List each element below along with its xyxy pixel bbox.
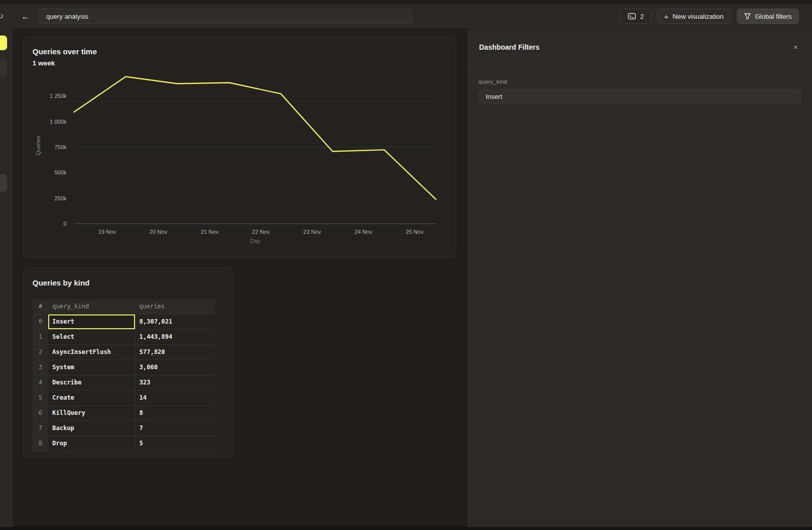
- cell-query-kind[interactable]: KillQuery: [48, 405, 135, 420]
- cell-queries[interactable]: 7: [135, 420, 215, 436]
- cell-queries[interactable]: 1,443,894: [135, 329, 215, 344]
- chart-subtitle: 1 week: [32, 59, 55, 67]
- x-tick-label: 24 Nov: [355, 229, 373, 235]
- plus-icon: +: [664, 13, 669, 20]
- close-icon[interactable]: ×: [791, 42, 800, 52]
- cell-query-kind[interactable]: System: [48, 360, 135, 375]
- cell-queries[interactable]: 14: [135, 390, 215, 405]
- y-tick-label: 0: [63, 221, 66, 227]
- filter-field-query-kind: query_kind: [479, 79, 801, 103]
- row-index: 5: [32, 390, 48, 405]
- back-button[interactable]: ←: [19, 11, 32, 22]
- app-window: ↻ ← 2 + New visualization: [0, 0, 812, 530]
- cell-query-kind[interactable]: Drop: [48, 436, 135, 451]
- y-tick-label: 1 250k: [50, 93, 67, 99]
- chart-title: Queries over time: [32, 47, 97, 56]
- row-index: 1: [32, 329, 48, 344]
- cell-queries[interactable]: 8: [135, 405, 215, 420]
- table-row: 1Select1,443,894: [32, 329, 215, 344]
- column-header-queries[interactable]: queries: [135, 299, 215, 314]
- queries-table-body: 0Insert8,307,0211Select1,443,8942AsyncIn…: [32, 314, 215, 451]
- table-title: Queries by kind: [32, 278, 90, 287]
- row-index: 4: [32, 375, 48, 390]
- queries-over-time-card: 250k500k750k1 000k1 250k019 Nov20 Nov21 …: [23, 37, 456, 258]
- sidebar-item[interactable]: [0, 174, 7, 192]
- queries-line-series: [74, 77, 436, 199]
- global-filters-button[interactable]: Global filters: [737, 9, 799, 24]
- cell-queries[interactable]: 5: [135, 436, 215, 451]
- new-visualization-button[interactable]: + New visualization: [657, 9, 731, 24]
- cell-query-kind[interactable]: Select: [48, 329, 135, 344]
- x-tick-label: 22 Nov: [252, 229, 270, 235]
- row-index: 3: [32, 360, 48, 375]
- window-bottom-edge: [0, 527, 812, 530]
- table-row: 4Describe323: [32, 375, 215, 390]
- row-index: 0: [32, 314, 48, 329]
- queries-by-kind-card: Queries by kind # query_kind queries 0In…: [23, 268, 233, 457]
- row-index: 8: [32, 436, 48, 451]
- row-index: 6: [32, 405, 48, 420]
- column-header-query-kind[interactable]: query_kind: [48, 299, 135, 314]
- table-row: 0Insert8,307,021: [32, 314, 215, 329]
- x-tick-label: 23 Nov: [303, 229, 321, 235]
- y-tick-label: 750k: [54, 144, 66, 150]
- cell-query-kind[interactable]: Backup: [48, 420, 135, 436]
- x-tick-label: 20 Nov: [150, 229, 167, 235]
- new-visualization-label: New visualization: [672, 13, 723, 20]
- cell-queries[interactable]: 8,307,021: [135, 314, 215, 329]
- collapsed-sidebar: [0, 29, 13, 530]
- sidebar-item[interactable]: [0, 60, 7, 77]
- filter-field-label: query_kind: [479, 79, 801, 85]
- table-row: 5Create14: [32, 390, 215, 405]
- x-tick-label: 25 Nov: [406, 229, 424, 235]
- sidebar-item-active[interactable]: [0, 36, 7, 50]
- cell-query-kind[interactable]: Describe: [48, 375, 135, 390]
- console-count-button[interactable]: 2: [621, 9, 651, 24]
- topbar-actions: 2 + New visualization Global filters: [621, 9, 812, 24]
- row-index: 2: [32, 344, 48, 360]
- x-tick-label: 19 Nov: [98, 229, 116, 235]
- global-filters-label: Global filters: [755, 13, 792, 20]
- cell-queries[interactable]: 323: [135, 375, 215, 390]
- dashboard-canvas: 250k500k750k1 000k1 250k019 Nov20 Nov21 …: [13, 29, 467, 530]
- table-row: 6KillQuery8: [32, 405, 215, 420]
- cell-query-kind[interactable]: Insert: [48, 314, 135, 329]
- filters-panel-header: Dashboard Filters ×: [467, 29, 812, 67]
- y-axis-title: Queries: [35, 135, 41, 155]
- row-index: 7: [32, 420, 48, 436]
- app-body: 250k500k750k1 000k1 250k019 Nov20 Nov21 …: [0, 29, 812, 530]
- cell-queries[interactable]: 577,820: [135, 344, 215, 360]
- cell-query-kind[interactable]: Create: [48, 390, 135, 405]
- queries-table: # query_kind queries 0Insert8,307,0211Se…: [32, 299, 215, 451]
- query-kind-filter-input[interactable]: [479, 89, 801, 103]
- cell-queries[interactable]: 3,060: [135, 360, 215, 375]
- dashboard-filters-panel: Dashboard Filters × query_kind: [467, 29, 812, 530]
- window-top-edge: [0, 0, 812, 4]
- table-row: 2AsyncInsertFlush577,820: [32, 344, 215, 360]
- table-header-row: # query_kind queries: [32, 299, 215, 314]
- table-row: 8Drop5: [32, 436, 215, 451]
- console-icon: [628, 13, 636, 20]
- y-tick-label: 500k: [54, 169, 66, 175]
- table-row: 7Backup7: [32, 420, 215, 436]
- y-tick-label: 1 000k: [50, 119, 67, 125]
- filters-panel-title: Dashboard Filters: [479, 43, 539, 51]
- cell-query-kind[interactable]: AsyncInsertFlush: [48, 344, 135, 360]
- y-tick-label: 250k: [54, 195, 66, 201]
- topbar: ↻ ← 2 + New visualization: [0, 4, 812, 29]
- table-row: 3System3,060: [32, 360, 215, 375]
- x-tick-label: 21 Nov: [201, 229, 219, 235]
- console-count-label: 2: [640, 13, 644, 20]
- dashboard-title-input[interactable]: [38, 9, 413, 24]
- x-axis-title: Day: [250, 238, 261, 244]
- column-header-index[interactable]: #: [32, 299, 48, 314]
- queries-chart-svg: 250k500k750k1 000k1 250k019 Nov20 Nov21 …: [24, 37, 456, 257]
- filter-funnel-icon: [744, 13, 751, 20]
- history-icon[interactable]: ↻: [0, 12, 4, 20]
